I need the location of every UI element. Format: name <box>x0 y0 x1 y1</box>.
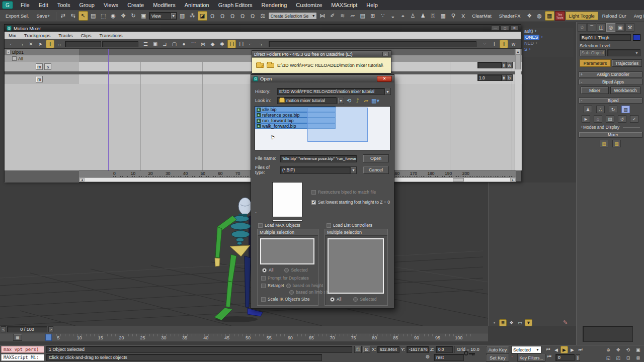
view-dropdown[interactable]: View▼ <box>149 12 177 20</box>
export-sel-button[interactable]: Export Sel. <box>2 13 32 19</box>
menu-item[interactable]: MAXScript <box>327 1 362 10</box>
mixer-vscrollbar[interactable]: ▲ <box>515 49 521 170</box>
files-of-type-arrow[interactable]: ▼ <box>350 166 357 174</box>
collapse-toggle[interactable]: - <box>6 50 11 54</box>
x-coordinate-field[interactable]: 632.9464 <box>377 346 399 353</box>
menu-item[interactable]: Animation <box>180 1 214 10</box>
toolbar-icon[interactable]: ▥ <box>178 11 187 21</box>
mute-button[interactable]: m <box>36 76 43 82</box>
mixer-tool-icon[interactable]: ¬ <box>17 40 26 48</box>
pen-icon[interactable]: ✎ <box>563 319 568 326</box>
retarget-checkbox[interactable]: Retarget based on height <box>261 283 323 288</box>
mixer-field[interactable] <box>102 41 138 47</box>
playback-button[interactable]: ◀ <box>552 346 560 353</box>
panel-tab[interactable]: ◎ <box>606 23 615 32</box>
mixer-tool-icon[interactable]: I <box>490 40 499 48</box>
track-name[interactable]: All <box>18 56 23 61</box>
view-menu-icon[interactable]: ▦▾ <box>371 97 380 104</box>
z-coordinate-field[interactable]: 0.0 <box>436 346 453 353</box>
toolbar-icon[interactable]: ↖ <box>78 11 88 21</box>
toolbar-icon[interactable]: ◪ <box>198 11 207 21</box>
prompt-duplicates-checkbox[interactable]: Prompt for Duplicates <box>261 276 309 281</box>
menu-item[interactable]: Create <box>123 1 148 10</box>
scroll-up-arrow[interactable]: ▲ <box>515 49 521 54</box>
mixer-tool-icon[interactable]: ↔ <box>55 40 64 48</box>
biped-tool-icon[interactable]: ► <box>582 115 590 123</box>
toolbar-icon[interactable]: Ω <box>248 11 258 21</box>
up-one-level-icon[interactable]: ⤴ <box>354 97 361 104</box>
mixer-tool-icon[interactable]: w <box>509 40 518 48</box>
scroll-right-arrow[interactable]: ► <box>510 178 515 182</box>
absolute-mode-icon[interactable]: ⊡ <box>363 346 370 353</box>
open-button[interactable]: Open <box>363 154 389 162</box>
balance-button[interactable]: b <box>506 74 513 81</box>
biped-tool-icon[interactable]: ⌂ <box>594 115 602 123</box>
y-coordinate-field[interactable]: -1617.676 <box>407 346 429 353</box>
toolbar-icon[interactable]: ⇆ <box>68 11 78 21</box>
toolbar-icon[interactable]: ✥ <box>119 11 128 21</box>
files-of-type-dropdown[interactable]: (*.BIP) <box>280 166 350 174</box>
mixer-tool-icon[interactable]: ⨅ <box>237 40 246 48</box>
toolbar-icon[interactable]: ↻ <box>129 11 138 21</box>
modes-display-expander[interactable]: +Modes and Display <box>581 125 619 130</box>
menu-item[interactable]: File <box>16 1 34 10</box>
mixer-tool-icon[interactable]: ➤ <box>36 40 45 48</box>
toolbar-icon[interactable]: ⚲ <box>448 11 458 21</box>
time-tag-field[interactable]: rest <box>434 354 464 361</box>
mixer-field[interactable] <box>65 41 101 47</box>
history-dropdown-arrow[interactable]: ▼ <box>384 88 391 95</box>
mixer-tool-icon[interactable]: ¬ <box>256 40 265 48</box>
scroll-thumb[interactable] <box>453 178 464 182</box>
solo-button[interactable]: s <box>44 63 51 70</box>
mixer-tool-icon[interactable]: ◆ <box>208 40 217 48</box>
layer-tool-icon[interactable]: ▫ <box>491 319 498 326</box>
mixer-tool-icon[interactable]: ✱ <box>218 40 226 48</box>
app-logo-icon[interactable]: G <box>2 1 13 9</box>
mute-button[interactable]: m <box>36 63 43 70</box>
toolbar-icon[interactable]: ▱ <box>348 11 357 21</box>
biped-rollout[interactable]: -Biped <box>579 98 642 104</box>
playback-button[interactable]: ▶ <box>560 346 568 353</box>
create-folder-icon[interactable]: ▱ <box>362 97 370 104</box>
mixer-tool-icon[interactable]: ✕ <box>27 40 35 48</box>
mixer-menu-item[interactable]: Clips <box>76 33 95 38</box>
toolbar-icon[interactable]: ▦ <box>438 11 448 21</box>
toolbar-icon[interactable]: ♙ <box>408 11 418 21</box>
load-list-controllers-checkbox[interactable]: Load List Controllers <box>327 223 372 228</box>
open-close-button[interactable]: ✕ <box>377 76 392 82</box>
mini-listener-pink[interactable]: max vpt pers) <box>1 346 44 353</box>
toolbar-icon[interactable]: ⁂ <box>188 11 197 21</box>
mixer-tool-icon[interactable]: ● <box>180 40 188 48</box>
mixer-tool-icon[interactable]: ✛ <box>46 40 54 48</box>
trajectories-tab[interactable]: Trajectories <box>612 59 642 67</box>
shaderfx-button[interactable]: ShaderFX <box>496 13 524 19</box>
trackgroup-name[interactable]: Bip01 <box>12 50 24 55</box>
globe-icon[interactable]: ◍ <box>426 354 433 361</box>
go-to-last-folder-icon[interactable]: ⟲ <box>345 97 353 104</box>
reload-cur-button[interactable]: Reload Cur <box>599 13 630 19</box>
biped-mode-icon[interactable]: ∴ <box>596 106 605 113</box>
mixer-tool-icon[interactable]: ⬚ <box>189 40 198 48</box>
toolbar-icon[interactable]: ▤ <box>89 11 98 21</box>
toolbar-icon[interactable]: ◉ <box>109 11 118 21</box>
mixer-tool-icon[interactable]: ∵ <box>480 40 489 48</box>
selection-set-dropdown[interactable]: Create Selection Se▼ <box>268 12 317 20</box>
assign-controller-rollout[interactable]: +Assign Controller <box>579 71 642 77</box>
mixer-tool-icon[interactable]: ☰ <box>141 40 150 48</box>
history-dropdown[interactable]: E:\3D Work\FPSC RELOADED\motion mixer tu… <box>277 88 384 95</box>
mixer-tool-icon[interactable]: ⊐ <box>160 40 169 48</box>
layer-tool-icon[interactable]: ▭ <box>516 319 524 326</box>
all-radio[interactable]: All Selected <box>330 297 377 302</box>
close-button[interactable]: ✕ <box>510 26 519 31</box>
light-toggle-button[interactable]: Light Toggle <box>566 12 598 20</box>
mixer-menu-item[interactable]: Mix <box>5 33 20 38</box>
playback-button[interactable]: ⏮ <box>544 346 552 353</box>
viewport-nav-icon[interactable]: ◰ <box>614 354 623 362</box>
toolbar-icon[interactable]: ⚿ <box>428 11 438 21</box>
panel-tab[interactable]: ▣ <box>616 23 625 32</box>
toolbar-icon[interactable]: ⊞ <box>368 11 377 21</box>
biped-tool-icon[interactable]: ↺ <box>618 115 626 123</box>
mixer-tool-icon[interactable]: ⌐ <box>247 40 255 48</box>
mixer-menu-item[interactable]: Tracks <box>54 33 76 38</box>
look-in-dropdown[interactable]: motion mixer tutorial <box>277 97 337 104</box>
